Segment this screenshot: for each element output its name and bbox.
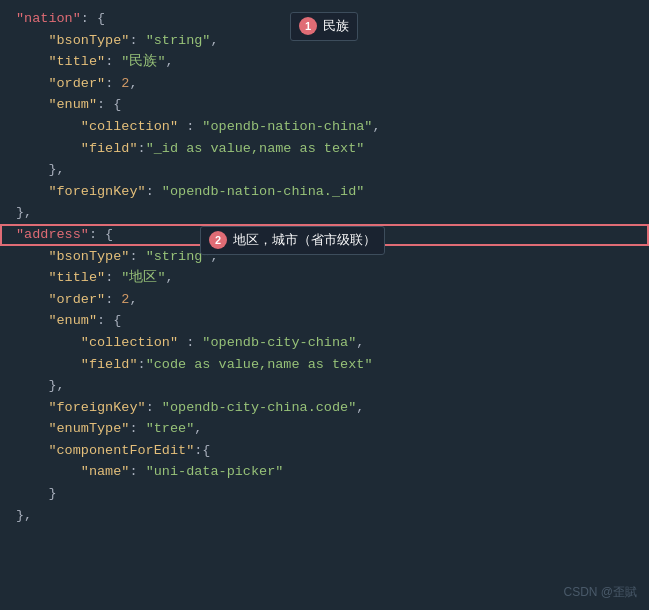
badge-1: 1 [299,17,317,35]
code-line-4: "order": 2, [0,73,649,95]
code-line-10: }, [0,202,649,224]
code-line-20: "enumType": "tree", [0,418,649,440]
code-container: "nation": { 1 民族 "bsonType": "string", "… [0,0,649,610]
code-line-8: }, [0,159,649,181]
code-line-22: "name": "uni-data-picker" [0,461,649,483]
code-line-7: "field":"_id as value,name as text" [0,138,649,160]
code-line-19: "foreignKey": "opendb-city-china.code", [0,397,649,419]
tooltip-nation-text: 民族 [323,16,349,37]
code-line-1: "nation": { 1 民族 [0,8,649,30]
code-line-3: "title": "民族", [0,51,649,73]
code-line-18: }, [0,375,649,397]
code-line-15: "enum": { [0,310,649,332]
key-address: "address" [16,224,89,246]
code-line-24: }, [0,505,649,527]
code-line-21: "componentForEdit":{ [0,440,649,462]
code-line-17: "field":"code as value,name as text" [0,354,649,376]
code-line-23: } [0,483,649,505]
tooltip-nation: 1 民族 [290,12,358,41]
code-line-16: "collection" : "opendb-city-china", [0,332,649,354]
code-line-6: "collection" : "opendb-nation-china", [0,116,649,138]
key-nation: "nation" [16,8,81,30]
badge-2: 2 [209,231,227,249]
code-line-14: "order": 2, [0,289,649,311]
code-line-13: "title": "地区", [0,267,649,289]
tooltip-address-text: 地区，城市（省市级联） [233,230,376,251]
csdn-watermark: CSDN @歪賦 [563,583,637,602]
code-line-11: "address": { 2 地区，城市（省市级联） [0,224,649,246]
tooltip-address: 2 地区，城市（省市级联） [200,226,385,255]
code-line-5: "enum": { [0,94,649,116]
code-line-9: "foreignKey": "opendb-nation-china._id" [0,181,649,203]
